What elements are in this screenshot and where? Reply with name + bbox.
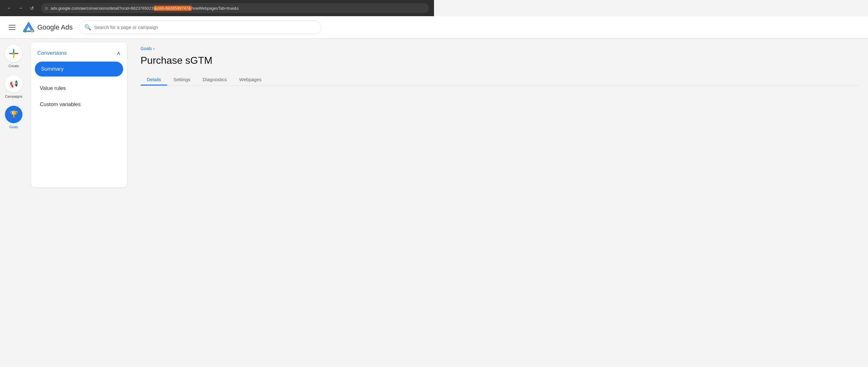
google-ads-logo bbox=[23, 22, 34, 33]
nav-panel-header: Conversions ∧ bbox=[34, 47, 124, 59]
nav-active-item-text: Summary bbox=[41, 66, 64, 72]
sidebar-campaigns-label: Campaigns bbox=[5, 95, 22, 98]
search-icon: 🔍 bbox=[84, 24, 91, 31]
svg-marker-0 bbox=[24, 23, 34, 31]
chevron-up-icon[interactable]: ∧ bbox=[117, 50, 121, 57]
create-icon-circle bbox=[5, 45, 22, 62]
search-input[interactable] bbox=[94, 25, 316, 30]
breadcrumb-row: Goals › bbox=[141, 46, 434, 51]
sidebar: Create 📢 Campaigns 🏆 Goals bbox=[0, 38, 27, 183]
hamburger-menu[interactable] bbox=[7, 24, 17, 31]
goals-icon-circle: 🏆 bbox=[5, 106, 22, 123]
nav-summary-item[interactable]: Summary bbox=[35, 62, 123, 77]
tab-settings[interactable]: Settings bbox=[167, 74, 196, 85]
main-content: Goals › Purchase sGTM Details Settings D… bbox=[131, 38, 434, 183]
sidebar-create-label: Create bbox=[8, 64, 19, 68]
logo-container: Google Ads bbox=[23, 22, 73, 33]
sidebar-goals-label: Goals bbox=[9, 125, 18, 129]
campaigns-icon-circle: 📢 bbox=[5, 75, 22, 93]
url-highlight: &ctId=6836589747& bbox=[154, 6, 191, 11]
url-part2: howWebpagesTab=true&s bbox=[191, 6, 239, 10]
forward-button[interactable]: → bbox=[16, 4, 25, 12]
sidebar-item-campaigns[interactable]: 📢 Campaigns bbox=[5, 75, 22, 98]
search-bar[interactable]: 🔍 bbox=[79, 21, 321, 34]
breadcrumb-goals-link[interactable]: Goals bbox=[141, 46, 152, 51]
back-button[interactable]: ← bbox=[5, 4, 14, 12]
sidebar-item-goals[interactable]: 🏆 Goals bbox=[5, 106, 22, 129]
nav-panel-title: Conversions bbox=[37, 50, 67, 56]
nav-custom-variables-text: Custom variables bbox=[40, 101, 81, 107]
megaphone-icon: 📢 bbox=[10, 80, 18, 88]
nav-custom-variables-item[interactable]: Custom variables bbox=[34, 96, 124, 113]
svg-point-3 bbox=[31, 30, 33, 32]
url-part1: ads.google.com/aw/conversions/detail?oci… bbox=[51, 6, 154, 10]
reload-button[interactable]: ↺ bbox=[27, 4, 36, 12]
nav-value-rules-item[interactable]: Value rules bbox=[34, 80, 124, 96]
browser-chrome: ← → ↺ ⊙ ads.google.com/aw/conversions/de… bbox=[0, 0, 434, 16]
trophy-icon: 🏆 bbox=[10, 111, 18, 119]
app-header: Google Ads 🔍 bbox=[0, 16, 434, 38]
tab-details[interactable]: Details bbox=[141, 74, 167, 85]
sidebar-item-create[interactable]: Create bbox=[5, 45, 22, 68]
page-title: Purchase sGTM bbox=[141, 55, 434, 66]
tabs-row: Details Settings Diagnostics Webpages bbox=[141, 74, 434, 86]
nav-panel: Conversions ∧ Summary Value rules Custom… bbox=[31, 42, 127, 183]
nav-buttons: ← → ↺ bbox=[5, 4, 36, 12]
address-bar[interactable]: ⊙ ads.google.com/aw/conversions/detail?o… bbox=[41, 3, 429, 13]
svg-point-2 bbox=[24, 30, 26, 32]
logo-text: Google Ads bbox=[37, 23, 73, 31]
tab-diagnostics[interactable]: Diagnostics bbox=[196, 74, 233, 85]
plus-icon bbox=[9, 49, 18, 58]
nav-value-rules-text: Value rules bbox=[40, 85, 66, 91]
lock-icon: ⊙ bbox=[45, 6, 48, 10]
url-text: ads.google.com/aw/conversions/detail?oci… bbox=[51, 6, 239, 11]
breadcrumb-chevron-icon: › bbox=[153, 46, 155, 51]
tab-webpages[interactable]: Webpages bbox=[233, 74, 268, 85]
